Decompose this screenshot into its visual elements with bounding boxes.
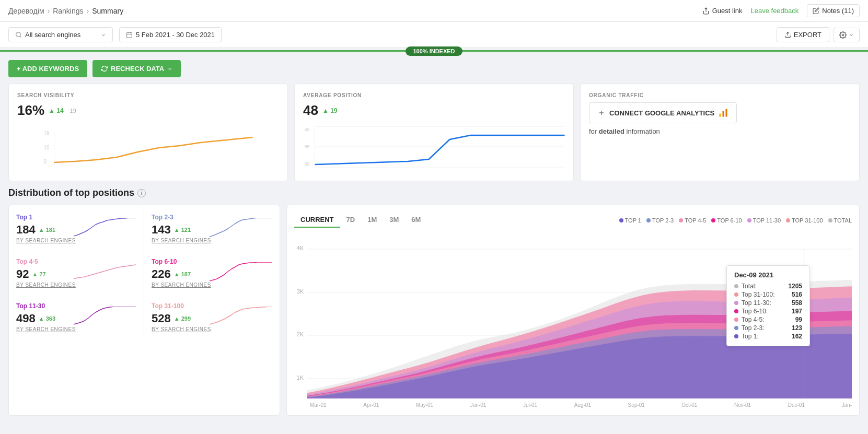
svg-text:19: 19 (44, 131, 50, 136)
guest-link-label: Guest link (712, 7, 743, 15)
pos-delta-top45: ▲ 77 (32, 271, 45, 277)
pos-sub-top23[interactable]: BY SEARCH ENGINES (152, 238, 272, 243)
search-visibility-max: 19 (70, 108, 76, 114)
search-visibility-value: 16% (17, 102, 44, 119)
legend-top23: TOP 2-3 (646, 217, 674, 224)
search-icon (15, 31, 22, 38)
svg-text:40: 40 (305, 127, 310, 132)
average-position-chart: 40 55 69 (303, 124, 565, 171)
tooltip-total-row: Total: 1205 (734, 282, 802, 290)
pos-delta-top610: ▲ 187 (174, 271, 191, 277)
pos-sub-top1130[interactable]: BY SEARCH ENGINES (16, 326, 136, 332)
recheck-label: RECHECK DATA (111, 65, 164, 73)
notes-button[interactable]: Notes (11) (807, 4, 860, 17)
average-position-card: AVERAGE POSITION 48 ▲ 19 40 55 69 (294, 84, 574, 181)
connect-google-analytics-button[interactable]: CONNECT GOOGLE ANALYTICS (589, 102, 737, 123)
pos-value-top45: 92 (16, 267, 29, 281)
breadcrumb-item-2[interactable]: Rankings (53, 7, 83, 15)
svg-text:0: 0 (44, 159, 47, 165)
x-label-7: Oct-01 (681, 402, 697, 408)
export-label: EXPORT (794, 31, 821, 39)
stacked-area-chart: 4K 3K 2K 1K (294, 234, 852, 401)
export-button[interactable]: EXPORT (777, 27, 829, 42)
leave-feedback-btn[interactable]: Leave feedback (751, 7, 799, 15)
tooltip-top45-row: Top 4-5: 99 (734, 315, 802, 324)
svg-rect-1 (127, 32, 132, 38)
ga-detail-text: for detailed information (589, 127, 851, 135)
pos-sub-top610[interactable]: BY SEARCH ENGINES (152, 282, 272, 288)
breadcrumb-sep-1: › (48, 7, 50, 15)
pos-sub-top31100[interactable]: BY SEARCH ENGINES (152, 326, 272, 332)
svg-rect-19 (720, 114, 721, 117)
legend-top610: TOP 6-10 (711, 217, 742, 224)
breadcrumb-item-1[interactable]: Дереводім (8, 7, 44, 15)
pos-delta-top31100: ▲ 299 (174, 315, 191, 322)
analytics-icon (719, 108, 728, 118)
svg-text:1K: 1K (297, 374, 304, 381)
distribution-title: Distribution of top positions i (8, 187, 860, 198)
info-icon[interactable]: i (137, 189, 146, 197)
pos-delta-top1: ▲ 181 (39, 227, 55, 233)
chevron-down-icon (101, 32, 106, 38)
recheck-data-button[interactable]: RECHECK DATA (92, 60, 181, 77)
pos-value-top31100: 528 (152, 312, 171, 325)
chart-header: CURRENT 7D 1M 3M 6M TOP 1 TOP 2-3 TOP 4-… (294, 213, 852, 228)
search-visibility-chart: 19 10 0 (17, 126, 279, 168)
chart-card: CURRENT 7D 1M 3M 6M TOP 1 TOP 2-3 TOP 4-… (286, 205, 860, 416)
tooltip-top610-row: Top 6-10: 197 (734, 307, 802, 315)
x-label-2: May-01 (416, 402, 433, 408)
legend-total: TOTAL (828, 217, 852, 224)
x-label-6: Sep-01 (628, 402, 645, 408)
indexed-bar: 100% INDEXED (0, 48, 868, 54)
organic-traffic-label: ORGANIC TRAFFIC (589, 92, 851, 98)
positions-row-1: Top 1 184 ▲ 181 BY SEARCH ENGINES Top 2-… (9, 205, 280, 250)
svg-text:2K: 2K (297, 331, 304, 337)
svg-point-0 (16, 32, 21, 37)
settings-button[interactable] (834, 28, 860, 42)
pos-value-row-top31100: 528 ▲ 299 (152, 312, 210, 325)
chart-tab-current[interactable]: CURRENT (294, 213, 340, 228)
metrics-row: SEARCH VISIBILITY 16% ▲ 14 19 19 10 0 AV… (0, 84, 868, 187)
add-keywords-button[interactable]: + ADD KEYWORDS (8, 60, 87, 77)
x-label-0: Mar-01 (310, 402, 327, 408)
export-icon (784, 31, 791, 38)
average-position-label: AVERAGE POSITION (303, 92, 565, 98)
guest-link-btn[interactable]: Guest link (702, 7, 743, 15)
pos-sub-top1[interactable]: BY SEARCH ENGINES (16, 238, 136, 243)
x-label-4: Jul-01 (523, 402, 537, 408)
tooltip-top1-row: Top 1: 162 (734, 332, 802, 341)
search-engines-label: All search engines (25, 31, 80, 39)
connect-ga-label: CONNECT GOOGLE ANALYTICS (609, 109, 714, 117)
tooltip-top23-row: Top 2-3: 123 (734, 324, 802, 332)
chart-tab-3m[interactable]: 3M (383, 213, 405, 228)
search-engines-select[interactable]: All search engines (8, 27, 113, 42)
legend-top45: TOP 4-5 (679, 217, 706, 224)
recheck-icon (101, 65, 108, 72)
chart-tab-7d[interactable]: 7D (340, 213, 362, 228)
pos-value-row-top1130: 498 ▲ 363 (16, 312, 74, 325)
distribution-title-text: Distribution of top positions (8, 187, 134, 198)
chart-tab-1m[interactable]: 1M (361, 213, 383, 228)
chart-tab-6m[interactable]: 6M (405, 213, 427, 228)
pos-value-row-top45: 92 ▲ 77 (16, 267, 74, 281)
settings-chevron-icon (849, 32, 854, 38)
search-visibility-value-row: 16% ▲ 14 19 (17, 102, 279, 119)
notes-label: Notes (11) (822, 7, 854, 15)
chart-tooltip: Dec-09 2021 Total: 1205 Top 31-100: (726, 265, 810, 346)
x-label-10: Jan- (842, 402, 852, 408)
top1-sparkline (74, 218, 136, 238)
breadcrumb-item-3: Summary (92, 7, 123, 15)
date-range-picker[interactable]: 5 Feb 2021 - 30 Dec 2021 (119, 27, 222, 42)
position-item-top31100: Top 31-100 528 ▲ 299 BY SEARCH ENGINES (144, 294, 280, 338)
pos-sub-top45[interactable]: BY SEARCH ENGINES (16, 282, 136, 288)
top1130-sparkline (74, 307, 136, 326)
search-visibility-delta: ▲ 14 (49, 107, 64, 114)
position-item-top45: Top 4-5 92 ▲ 77 BY SEARCH ENGINES (9, 250, 144, 294)
position-item-top23: Top 2-3 143 ▲ 121 BY SEARCH ENGINES (144, 205, 280, 250)
chart-tabs: CURRENT 7D 1M 3M 6M (294, 213, 427, 228)
top23-sparkline (210, 218, 272, 238)
average-position-delta: ▲ 19 (322, 107, 338, 114)
chart-x-labels: Mar-01 Apr-01 May-01 Jun-01 Jul-01 Aug-0… (294, 401, 852, 408)
top-bar: Дереводім › Rankings › Summary Guest lin… (0, 0, 868, 22)
calendar-icon (126, 31, 133, 38)
